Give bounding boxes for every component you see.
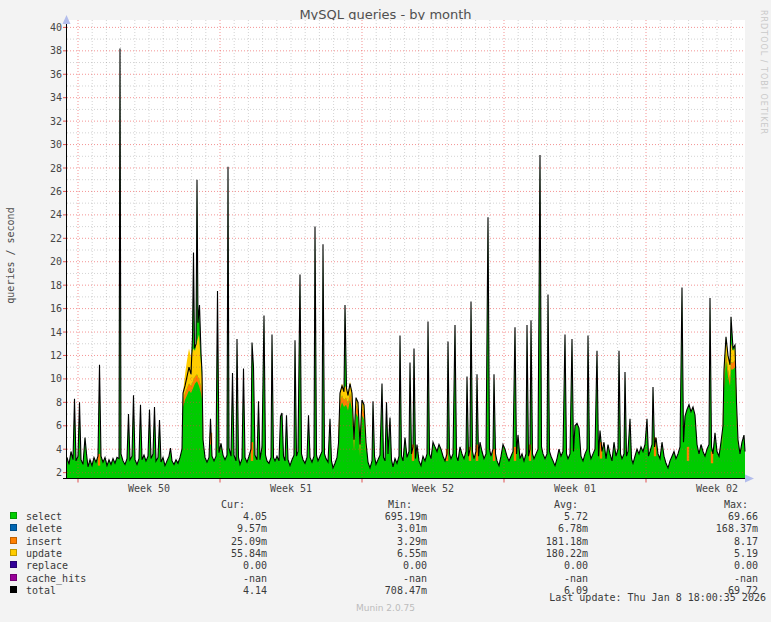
legend-cur-delete: 9.57m <box>177 523 267 534</box>
y-tick-label: 26 <box>28 186 62 197</box>
legend-cur-insert: 25.09m <box>177 536 267 547</box>
x-tick-label: Week 02 <box>672 483 762 494</box>
y-tick-label: 34 <box>28 92 62 103</box>
y-tick-label: 10 <box>28 373 62 384</box>
x-tick-label: Week 51 <box>246 483 336 494</box>
y-axis-arrow <box>63 15 71 24</box>
y-tick-label: 22 <box>28 233 62 244</box>
legend-swatch-cache_hits <box>10 574 17 581</box>
mysql-queries-chart <box>0 0 771 500</box>
x-tick-label: Week 52 <box>388 483 478 494</box>
legend-max-delete: 168.37m <box>668 523 758 534</box>
legend-max-cache_hits: -nan <box>668 573 758 584</box>
y-tick-label: 8 <box>28 397 62 408</box>
legend-cur-cache_hits: -nan <box>177 573 267 584</box>
y-tick-label: 30 <box>28 139 62 150</box>
legend-swatch-replace <box>10 561 17 568</box>
munin-graph-page: MySQL queries - by month queries / secon… <box>0 0 771 622</box>
legend-avg-insert: 181.18m <box>498 536 588 547</box>
legend-label-update: update <box>26 548 146 559</box>
y-tick-label: 18 <box>28 280 62 291</box>
legend-max-insert: 8.17 <box>668 536 758 547</box>
legend-max-select: 69.66 <box>668 511 758 522</box>
legend-max-replace: 0.00 <box>668 560 758 571</box>
y-tick-label: 28 <box>28 163 62 174</box>
legend-label-select: select <box>26 511 146 522</box>
legend-cur-total: 4.14 <box>177 585 267 596</box>
y-tick-label: 36 <box>28 69 62 80</box>
y-tick-label: 38 <box>28 45 62 56</box>
legend-avg-delete: 6.78m <box>498 523 588 534</box>
y-tick-label: 40 <box>28 22 62 33</box>
legend-label-replace: replace <box>26 560 146 571</box>
legend-min-delete: 3.01m <box>337 523 427 534</box>
legend-cur-update: 55.84m <box>177 548 267 559</box>
legend-column-header: Avg: <box>498 499 578 510</box>
legend-avg-replace: 0.00 <box>498 560 588 571</box>
legend-max-update: 5.19 <box>668 548 758 559</box>
plot-background <box>67 20 745 479</box>
legend-avg-select: 5.72 <box>498 511 588 522</box>
legend-avg-update: 180.22m <box>498 548 588 559</box>
legend-column-header: Cur: <box>165 499 245 510</box>
legend-swatch-delete <box>10 524 17 531</box>
x-tick-label: Week 01 <box>530 483 620 494</box>
legend-swatch-insert <box>10 537 17 544</box>
legend-min-update: 6.55m <box>337 548 427 559</box>
legend-label-insert: insert <box>26 536 146 547</box>
legend-cur-replace: 0.00 <box>177 560 267 571</box>
legend-cur-select: 4.05 <box>177 511 267 522</box>
legend-label-delete: delete <box>26 523 146 534</box>
legend-swatch-total <box>10 586 17 593</box>
legend-column-header: Min: <box>332 499 412 510</box>
y-tick-label: 14 <box>28 327 62 338</box>
x-axis-arrow <box>745 475 754 483</box>
legend-min-cache_hits: -nan <box>337 573 427 584</box>
y-tick-label: 24 <box>28 209 62 220</box>
x-tick-label: Week 50 <box>104 483 194 494</box>
y-tick-label: 16 <box>28 303 62 314</box>
legend-swatch-select <box>10 512 17 519</box>
legend-label-cache_hits: cache_hits <box>26 573 146 584</box>
legend-min-insert: 3.29m <box>337 536 427 547</box>
legend-avg-cache_hits: -nan <box>498 573 588 584</box>
y-tick-label: 32 <box>28 116 62 127</box>
y-tick-label: 2 <box>28 467 62 478</box>
last-update-text: Last update: Thu Jan 8 18:00:35 2026 <box>366 592 766 603</box>
munin-version: Munin 2.0.75 <box>0 603 771 613</box>
legend-min-select: 695.19m <box>337 511 427 522</box>
insert-fleck <box>493 449 495 461</box>
legend-column-header: Max: <box>668 499 748 510</box>
legend-label-total: total <box>26 585 146 596</box>
legend-swatch-update <box>10 549 17 556</box>
y-tick-label: 6 <box>28 420 62 431</box>
legend-min-replace: 0.00 <box>337 560 427 571</box>
y-tick-label: 12 <box>28 350 62 361</box>
y-tick-label: 4 <box>28 444 62 455</box>
y-tick-label: 20 <box>28 256 62 267</box>
